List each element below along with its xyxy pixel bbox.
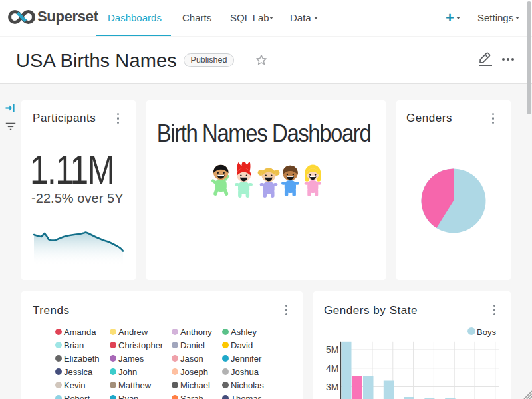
svg-text:4M: 4M	[326, 363, 338, 374]
svg-text:5M: 5M	[326, 344, 338, 355]
svg-text:3M: 3M	[326, 382, 338, 392]
